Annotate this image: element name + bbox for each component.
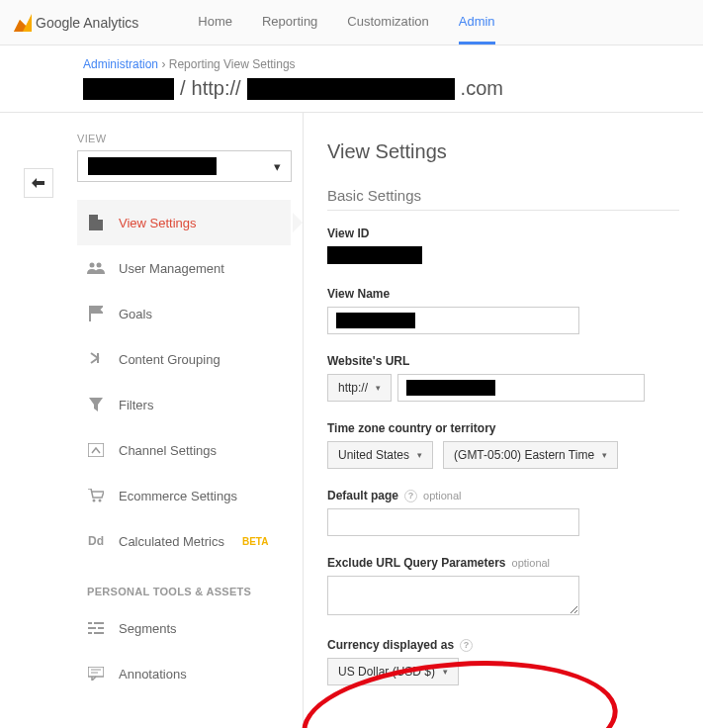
page-title: View Settings — [327, 140, 679, 163]
top-navbar: Google Analytics Home Reporting Customiz… — [0, 0, 703, 46]
optional-text: optional — [512, 557, 551, 569]
field-view-id: View ID — [327, 227, 679, 267]
sidebar-item-view-settings[interactable]: View Settings — [77, 200, 291, 245]
exclude-label: Exclude URL Query Parameters optional — [327, 556, 679, 570]
cart-icon — [87, 487, 105, 504]
svg-rect-4 — [88, 443, 104, 457]
document-icon — [87, 214, 105, 231]
account-tld: .com — [461, 77, 503, 100]
sidebar-item-calculated-metrics[interactable]: Dd Calculated Metrics BETA — [77, 518, 291, 564]
sidebar-menu: View Settings User Management Goals Cont… — [77, 200, 291, 564]
redacted-view-id — [327, 246, 422, 264]
nav-admin[interactable]: Admin — [459, 0, 495, 45]
svg-point-6 — [99, 500, 102, 502]
sidebar-item-ecommerce-settings[interactable]: Ecommerce Settings — [77, 473, 291, 518]
sidebar: VIEW ▾ View Settings User Management Goa… — [0, 113, 304, 728]
protocol-value: http:// — [338, 381, 368, 395]
redacted-view-name-value — [336, 313, 415, 328]
logo-text: Google Analytics — [36, 15, 138, 31]
redacted-domain — [247, 78, 455, 100]
tz-zone-dropdown[interactable]: (GMT-05:00) Eastern Time ▾ — [443, 441, 618, 469]
users-icon — [87, 259, 105, 277]
svg-point-2 — [90, 263, 95, 268]
field-timezone: Time zone country or territory United St… — [327, 421, 679, 469]
section-basic-settings: Basic Settings — [327, 187, 679, 211]
breadcrumb-current: Reporting View Settings — [169, 57, 296, 71]
tz-country-dropdown[interactable]: United States ▾ — [327, 441, 433, 469]
view-label: VIEW — [77, 133, 291, 144]
sidebar-item-label: View Settings — [119, 216, 197, 230]
sidebar-section-title: PERSONAL TOOLS & ASSETS — [87, 586, 291, 597]
view-name-input[interactable] — [327, 307, 579, 334]
sidebar-item-goals[interactable]: Goals — [77, 291, 291, 336]
filter-icon — [87, 396, 105, 413]
content-grouping-icon — [87, 350, 105, 368]
sidebar-item-channel-settings[interactable]: Channel Settings — [77, 427, 291, 473]
svg-point-5 — [93, 500, 96, 502]
timezone-label: Time zone country or territory — [327, 421, 679, 435]
caret-down-icon: ▾ — [443, 667, 448, 677]
svg-point-3 — [97, 263, 102, 268]
settings-panel: View Settings Basic Settings View ID Vie… — [304, 113, 703, 728]
view-name-label: View Name — [327, 287, 679, 301]
dd-icon: Dd — [87, 532, 105, 550]
sidebar-item-segments[interactable]: Segments — [77, 605, 291, 651]
field-default-page: Default page ? optional — [327, 489, 679, 536]
tz-zone-value: (GMT-05:00) Eastern Time — [454, 448, 594, 462]
nav-customization[interactable]: Customization — [347, 0, 428, 45]
field-currency: Currency displayed as ? US Dollar (USD $… — [327, 638, 679, 685]
sidebar-item-label: Goals — [119, 307, 152, 321]
sidebar-menu-2: Segments Annotations — [77, 605, 291, 696]
breadcrumb: Administration › Reporting View Settings — [0, 46, 703, 75]
sidebar-item-label: Ecommerce Settings — [119, 489, 237, 503]
view-id-label: View ID — [327, 227, 679, 240]
flag-icon — [87, 305, 105, 322]
sidebar-item-label: Segments — [119, 621, 177, 636]
website-url-input[interactable] — [397, 374, 645, 402]
sidebar-item-user-management[interactable]: User Management — [77, 245, 291, 291]
field-view-name: View Name — [327, 287, 679, 334]
field-website-url: Website's URL http:// ▾ — [327, 354, 679, 402]
sidebar-item-filters[interactable]: Filters — [77, 382, 291, 427]
optional-text: optional — [423, 490, 462, 501]
currency-dropdown[interactable]: US Dollar (USD $) ▾ — [327, 658, 459, 685]
exclude-query-textarea[interactable] — [327, 576, 579, 615]
sidebar-item-label: Annotations — [119, 667, 187, 682]
protocol-dropdown[interactable]: http:// ▾ — [327, 374, 392, 402]
caret-down-icon: ▾ — [274, 159, 281, 174]
nav-home[interactable]: Home — [198, 0, 232, 45]
website-url-label: Website's URL — [327, 354, 679, 368]
analytics-logo-icon — [14, 14, 32, 32]
breadcrumb-admin[interactable]: Administration — [83, 57, 158, 71]
default-page-input[interactable] — [327, 508, 579, 536]
account-path: / http:// .com — [0, 75, 703, 112]
sidebar-item-label: Filters — [119, 398, 153, 412]
nav-reporting[interactable]: Reporting — [262, 0, 317, 45]
breadcrumb-sep: › — [161, 57, 168, 71]
account-slash: / — [180, 77, 186, 100]
view-dropdown[interactable]: ▾ — [77, 150, 292, 182]
caret-down-icon: ▾ — [376, 383, 381, 393]
beta-badge: BETA — [242, 536, 268, 547]
account-protocol: http:// — [192, 77, 241, 100]
field-exclude-query: Exclude URL Query Parameters optional — [327, 556, 679, 618]
help-icon[interactable]: ? — [460, 639, 473, 652]
primary-nav: Home Reporting Customization Admin — [198, 0, 494, 45]
help-icon[interactable]: ? — [404, 490, 417, 502]
sidebar-item-label: Channel Settings — [119, 443, 217, 458]
segments-icon — [87, 619, 105, 637]
caret-down-icon: ▾ — [417, 450, 422, 460]
default-page-label: Default page ? optional — [327, 489, 679, 502]
svg-rect-7 — [88, 667, 104, 677]
sidebar-item-label: User Management — [119, 261, 224, 276]
logo[interactable]: Google Analytics — [14, 14, 138, 32]
sidebar-item-annotations[interactable]: Annotations — [77, 651, 291, 696]
sidebar-item-label: Content Grouping — [119, 352, 220, 367]
caret-down-icon: ▾ — [602, 450, 607, 460]
tz-country-value: United States — [338, 448, 409, 462]
annotation-icon — [87, 665, 105, 682]
redacted-url — [406, 380, 495, 396]
channel-icon — [87, 441, 105, 459]
sidebar-item-content-grouping[interactable]: Content Grouping — [77, 336, 291, 382]
sidebar-item-label: Calculated Metrics — [119, 534, 224, 549]
